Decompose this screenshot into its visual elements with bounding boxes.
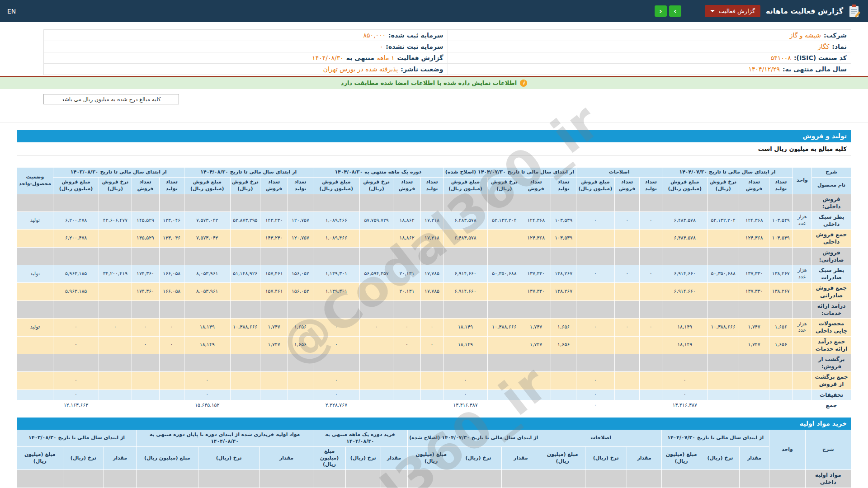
value-cell: ۰: [662, 389, 708, 400]
value-cell: ۵۲,۱۳۲,۲۰۴: [487, 211, 521, 229]
value-cell: [184, 354, 230, 371]
unit-cell: [793, 336, 812, 354]
monthly-report-icon: [849, 4, 861, 18]
value-cell: ۱۰۳,۵۳۹: [551, 211, 576, 229]
value-cell: ۱,۶۵۶: [551, 319, 576, 336]
info-link[interactable]: کگاز: [818, 43, 829, 50]
value-cell: ۶,۴۸۳,۵۷۸: [443, 211, 487, 229]
value-cell: ۵۱,۱۴۸,۹۲۶: [230, 265, 260, 283]
table-section-row: فروش صادراتی:: [17, 247, 851, 265]
value-cell: ۱۰,۳۸۸,۶۶۶: [708, 319, 739, 336]
value-cell: ۰: [576, 211, 614, 229]
row-label: محصولات چاپی داخلی: [812, 319, 851, 336]
next-period-button[interactable]: ›: [669, 5, 681, 17]
report-type-button[interactable]: گزارش فعالیت: [705, 5, 760, 17]
value-cell: [662, 247, 708, 265]
value-cell: [132, 300, 159, 318]
value-cell: [136, 470, 198, 488]
column-header: تعداد تولید: [769, 177, 793, 194]
value-cell: [53, 300, 99, 318]
value-cell: ۰: [640, 211, 662, 229]
value-cell: ۶,۹۱۴,۶۶۰: [662, 265, 708, 283]
value-cell: [393, 247, 421, 265]
value-cell: [640, 354, 662, 371]
value-cell: ۱,۱۳۹,۳۰۱: [313, 283, 360, 300]
column-group-header: مواد اولیه خریداری شده از ابتدای دوره تا…: [136, 430, 313, 447]
value-cell: ۶,۹۱۴,۶۶۰: [662, 283, 708, 300]
value-cell: ۶,۴۸۳,۵۷۸: [443, 230, 487, 247]
value-cell: ۰: [313, 389, 360, 400]
column-header: مقدار: [260, 446, 313, 470]
info-link[interactable]: شیشه و گاز: [790, 32, 821, 39]
column-header: نرخ (ریال): [455, 446, 501, 470]
column-header: تعداد فروش: [521, 177, 551, 194]
value-cell: ۰: [132, 336, 159, 354]
value-cell: [708, 389, 739, 400]
value-cell: [260, 300, 288, 318]
info-row: کد صنعت (ISIC):۵۴۱۰۰۸گزارش فعالیت۱ ماههم…: [44, 52, 851, 64]
value-cell: [132, 372, 159, 389]
value-cell: [393, 372, 421, 389]
column-header: تعداد فروش: [393, 177, 421, 194]
table-row: جمع برگشت از فروش۰۰۰۰۰۰: [17, 372, 851, 389]
column-header: تعداد فروش: [614, 177, 639, 194]
table-row: جمع فروش داخلی۱۰۳,۵۳۹۱۲۴,۳۶۸۶,۴۸۳,۵۷۸۱۰۳…: [17, 230, 851, 247]
value-cell: [17, 470, 63, 488]
value-cell: [313, 300, 360, 318]
prev-period-button[interactable]: ‹: [655, 5, 667, 17]
value-cell: [576, 230, 614, 247]
value-cell: [288, 400, 313, 410]
value-cell: ۵۲,۱۳۲,۲۰۴: [708, 211, 739, 229]
value-cell: [421, 372, 443, 389]
value-cell: ۸,۰۵۳,۹۶۱: [184, 265, 230, 283]
value-cell: ۰: [421, 319, 443, 336]
status-cell: [17, 300, 53, 318]
value-cell: [614, 247, 639, 265]
value-cell: [769, 194, 793, 211]
value-cell: [421, 400, 443, 410]
row-label: بطر سبک صادرات: [812, 265, 851, 283]
column-header: مبلغ فروش (میلیون ریال): [53, 177, 99, 194]
unit-cell: [793, 354, 812, 371]
value-cell: [360, 336, 393, 354]
value-cell: ۱,۷۴۷: [521, 319, 551, 336]
row-label: جمع: [812, 400, 851, 410]
column-group-header: خرید دوره یک ماهه منتهی به ۱۴۰۴/۰۸/۳۰: [313, 430, 407, 447]
value-cell: [708, 372, 739, 389]
value-cell: [487, 247, 521, 265]
value-cell: ۱۵۷,۴۶۱: [260, 283, 288, 300]
column-group-header: اصلاحات: [576, 168, 662, 178]
table-section-row: برگشت از فروش:: [17, 354, 851, 371]
page-title: گزارش فعالیت ماهانه: [766, 7, 843, 15]
value-cell: ۱,۰۸۹,۴۶۶: [313, 230, 360, 247]
column-group-header: اصلاحات: [540, 430, 661, 447]
column-header: تعداد فروش: [132, 177, 159, 194]
value-cell: [132, 389, 159, 400]
value-cell: [487, 354, 521, 371]
value-cell: [487, 400, 521, 410]
value-cell: [701, 470, 739, 488]
value-cell: [360, 354, 393, 371]
value-cell: ۷,۵۷۳,۰۴۲: [184, 230, 230, 247]
language-toggle[interactable]: EN: [7, 8, 16, 15]
value-cell: ۱۷,۲۱۸: [421, 230, 443, 247]
value-cell: ۱۵,۶۴۵,۱۵۲: [184, 400, 230, 410]
column-header-sharh: شرح: [805, 430, 851, 470]
value-cell: ۱۲۰,۷۵۷: [288, 230, 313, 247]
value-cell: ۴۲,۶۰۶,۴۷۷: [99, 211, 132, 229]
value-cell: [640, 336, 662, 354]
value-cell: ۱۸,۱۴۹: [443, 319, 487, 336]
info-cell: سرمایه ثبت شده:۸۵۰,۰۰۰: [44, 30, 448, 41]
column-header: نرخ (ریال): [198, 446, 260, 470]
value-cell: [769, 247, 793, 265]
value-cell: [521, 372, 551, 389]
value-cell: ۱۲۳,۰۴۶: [159, 230, 184, 247]
value-cell: [159, 300, 184, 318]
column-header: مبلغ فروش (میلیون ریال): [184, 177, 230, 194]
report-type-label: گزارش فعالیت: [719, 8, 755, 14]
info-cell: نماد:کگاز: [448, 41, 851, 52]
value-cell: ۱۵۶,۰۵۲: [288, 283, 313, 300]
column-header: مبلغ (میلیون ریال): [407, 446, 455, 470]
value-cell: [614, 194, 639, 211]
value-cell: [576, 283, 614, 300]
